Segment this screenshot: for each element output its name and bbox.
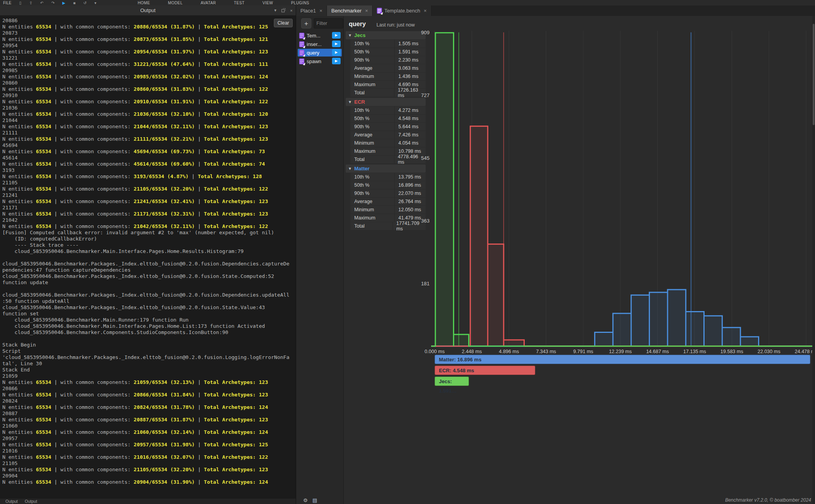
benchmark-item-inser[interactable]: inser...▶	[298, 40, 342, 48]
console-line: N entities 65534 | with common component…	[2, 24, 296, 30]
menu-home[interactable]: HOME	[138, 1, 150, 5]
stats-row-label: Total	[350, 156, 394, 163]
console-line: N entities 65534 | with common component…	[2, 161, 296, 167]
clear-output-button[interactable]: Clear	[274, 19, 293, 27]
console-error-line	[2, 286, 296, 292]
stats-row-label: 90th %	[350, 123, 395, 131]
stats-row-label: 10th %	[350, 40, 395, 48]
menu-view[interactable]: VIEW	[263, 1, 273, 5]
console-line: N entities 65534 | with common component…	[2, 442, 296, 448]
undock-icon[interactable]	[281, 8, 286, 12]
benchmark-item-query[interactable]: query▶	[298, 49, 342, 57]
console-error-line: cloud_5853950046.Benchmarker.Packages._I…	[2, 304, 296, 311]
redo-icon[interactable]: ↷	[51, 1, 54, 5]
console-line: 20860	[2, 80, 296, 86]
filter-input[interactable]	[314, 18, 343, 28]
menu-avatar[interactable]: AVATAR	[201, 1, 216, 5]
collapse-chevron-icon[interactable]: ▼	[346, 100, 354, 104]
stats-row-label: 10th %	[350, 106, 395, 114]
benchmark-item-spawn[interactable]: spawn▶	[298, 57, 342, 65]
top-toolbar: FILE ▯⇪↶↷▶■↺▾ HOMEMODELAVATARTESTVIEWPLU…	[0, 0, 815, 6]
stats-section-name: Matter	[354, 166, 369, 172]
collapse-chevron-icon[interactable]: ▼	[346, 166, 354, 171]
document-tabstrip: Place1×Benchmarker×Template.bench×	[296, 5, 815, 16]
stop-button[interactable]: ■	[73, 1, 76, 5]
tab-label: Benchmarker	[331, 8, 361, 14]
x-tick-label: 22.030 ms	[758, 349, 780, 354]
close-icon[interactable]: ×	[290, 8, 293, 13]
close-icon[interactable]: ×	[320, 8, 323, 14]
menu-bar: HOMEMODELAVATARTESTVIEWPLUGINS	[120, 1, 309, 5]
console-error-line: cloud_5853950046.Benchmarker.Components.…	[2, 329, 296, 336]
reset-icon[interactable]: ↺	[83, 1, 87, 5]
add-benchmark-button[interactable]: +	[301, 18, 311, 28]
stats-row-label: 90th %	[350, 189, 395, 197]
console-line: 20954	[2, 42, 296, 49]
run-benchmark-button[interactable]: ▶	[332, 49, 341, 56]
console-line: 21036	[2, 105, 296, 111]
console-line: 21105	[2, 180, 296, 186]
columns-icon[interactable]: ▤	[313, 497, 317, 503]
output-dock-tab[interactable]: Output	[25, 499, 37, 504]
console-error-line: [Fusion] Computed callback error: invali…	[2, 230, 296, 236]
console-line: 20904	[2, 473, 296, 479]
console-line: N entities 65534 | with common component…	[2, 173, 296, 180]
output-console[interactable]: 20886N entities 65534 | with common comp…	[0, 16, 296, 499]
menu-model[interactable]: MODEL	[168, 1, 183, 5]
chevron-down-icon[interactable]: ▾	[274, 8, 277, 13]
file-menu[interactable]: FILE	[3, 1, 11, 5]
close-icon[interactable]: ×	[424, 8, 427, 14]
gear-icon[interactable]: ⚙	[303, 497, 308, 503]
y-tick-label: 363	[421, 218, 430, 224]
x-tick-label: 14.687 ms	[646, 349, 669, 354]
caret-down-icon[interactable]: ▾	[94, 1, 96, 5]
undo-icon[interactable]: ↶	[40, 1, 43, 5]
run-benchmark-button[interactable]: ▶	[332, 58, 341, 64]
tab-template-bench[interactable]: Template.bench×	[373, 5, 431, 16]
close-icon[interactable]: ×	[365, 8, 368, 14]
menu-plugins[interactable]: PLUGINS	[291, 1, 309, 5]
console-line: 21042	[2, 217, 296, 223]
console-line: N entities 65534 | with common component…	[2, 404, 296, 410]
x-tick-label: 7.343 ms	[536, 349, 556, 354]
run-benchmark-button[interactable]: ▶	[332, 41, 341, 47]
menu-test[interactable]: TEST	[234, 1, 245, 5]
output-panel-header: Output ▾ ×	[0, 5, 296, 16]
stats-row-label: 50th %	[350, 115, 395, 122]
stats-row-label: Total	[350, 222, 393, 230]
play-button[interactable]: ▶	[62, 1, 66, 5]
console-error-line: cloud_5853950046.Benchmarker.Packages._I…	[2, 292, 296, 298]
tab-benchmarker[interactable]: Benchmarker×	[327, 5, 373, 16]
output-dock-tab[interactable]: Output	[5, 499, 18, 504]
console-line: 21016	[2, 448, 296, 454]
console-line: N entities 65534 | with common component…	[2, 211, 296, 217]
stats-section-name: ECR	[354, 99, 365, 105]
console-line: 20887	[2, 410, 296, 417]
benchmark-item-Tem[interactable]: Tem...▶	[298, 32, 342, 39]
y-tick-label: 181	[421, 281, 430, 286]
stats-row-label: Minimum	[350, 73, 395, 80]
toolbar-icons: ▯⇪↶↷▶■↺▾	[11, 1, 96, 5]
console-line: N entities 65534 | with common component…	[2, 136, 296, 142]
x-tick-label: 12.239 ms	[609, 349, 632, 354]
histogram-chart: 9097275453631810.000 ms2.448 ms4.896 ms7…	[414, 29, 815, 357]
stats-row-label: 10th %	[350, 173, 395, 181]
console-line: 20866	[2, 386, 296, 392]
import-icon[interactable]: ⇪	[29, 1, 32, 5]
run-benchmark-button[interactable]: ▶	[332, 32, 341, 39]
legend-jecs: Jecs: 1.591…	[435, 377, 469, 386]
console-line: N entities 65534 | with common component…	[2, 198, 296, 205]
console-line: 21105	[2, 460, 296, 467]
console-line: 20886	[2, 18, 296, 24]
y-tick-label: 545	[421, 155, 430, 161]
run-name: query	[349, 21, 366, 28]
scrollbar-thumb[interactable]	[813, 24, 815, 125]
clipboard-icon[interactable]: ▯	[19, 1, 21, 5]
stats-row-label: Minimum	[350, 139, 395, 147]
console-error-line: (ID: computedCallbackError)	[2, 236, 296, 242]
scrollbar[interactable]	[812, 16, 815, 504]
x-tick-label: 9.791 ms	[573, 349, 593, 354]
collapse-chevron-icon[interactable]: ▼	[346, 33, 354, 37]
console-line: 21241	[2, 192, 296, 198]
tab-place1[interactable]: Place1×	[296, 5, 327, 16]
